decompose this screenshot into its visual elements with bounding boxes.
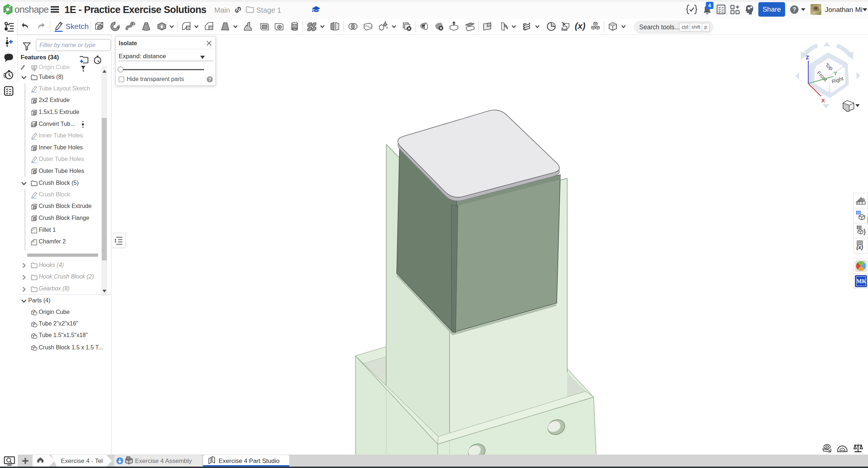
svg-text:Z: Z [806, 54, 809, 60]
svg-text:X: X [821, 97, 825, 103]
svg-text:(x): (x) [856, 244, 863, 250]
svg-text:Y: Y [834, 70, 837, 76]
